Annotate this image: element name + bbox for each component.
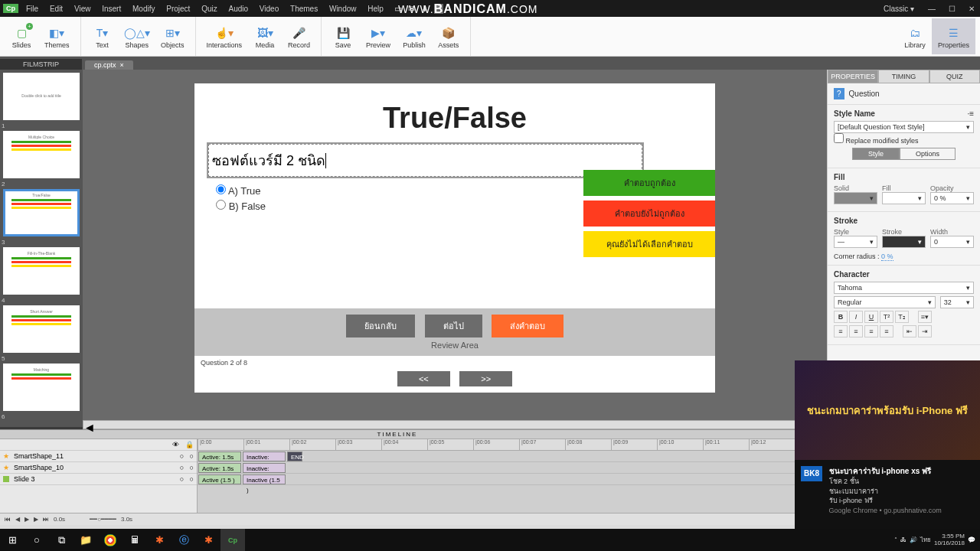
- tray-lang[interactable]: ไทย: [920, 535, 931, 545]
- font-dropdown[interactable]: Tahoma▾: [834, 282, 974, 294]
- fill-color-dropdown[interactable]: ▾: [882, 192, 926, 204]
- weight-dropdown[interactable]: Regular▾: [834, 296, 936, 308]
- menu-file[interactable]: File: [21, 5, 43, 13]
- menu-project[interactable]: Project: [162, 5, 194, 13]
- align-right-button[interactable]: ≡: [864, 325, 878, 337]
- size-input[interactable]: 32▾: [940, 296, 974, 308]
- lock-icon[interactable]: 🔒: [185, 441, 194, 448]
- tl-seg[interactable]: Active: 1.5s: [198, 463, 241, 473]
- mail-icon[interactable]: ✉: [408, 4, 415, 14]
- slide-thumb-2[interactable]: Multiple Choice: [3, 131, 80, 178]
- app-icon[interactable]: ✱: [147, 529, 172, 551]
- tl-seg[interactable]: Active: 1.5s: [198, 452, 241, 461]
- tl-seg[interactable]: Active (1.5 ): [198, 474, 241, 484]
- options-tab[interactable]: Options: [900, 148, 956, 160]
- filmstrip-panel[interactable]: Double click to add title1 Multiple Choi…: [0, 70, 83, 427]
- shapes-button[interactable]: ◯△▾Shapes: [119, 18, 155, 54]
- library-button[interactable]: 🗂Library: [898, 18, 932, 54]
- close-button[interactable]: ✕: [963, 3, 980, 15]
- publish-button[interactable]: ☁▾Publish: [397, 18, 432, 54]
- preview-button[interactable]: ▶▾Preview: [360, 18, 397, 54]
- record-button[interactable]: 🎤Record: [282, 18, 316, 54]
- menu-audio[interactable]: Audio: [224, 5, 253, 13]
- media-button[interactable]: 🖼▾Media: [248, 18, 282, 54]
- menu-insert[interactable]: Insert: [97, 5, 126, 13]
- interactions-button[interactable]: ☝▾Interactions: [201, 18, 249, 54]
- text-button[interactable]: T▾Text: [86, 18, 119, 54]
- themes-button[interactable]: ◧▾Themes: [38, 18, 76, 54]
- corner-radius-value[interactable]: 0 %: [881, 253, 893, 261]
- style-name-dropdown[interactable]: [Default Question Text Style]▾: [834, 121, 974, 133]
- layout-dropdown[interactable]: Classic ▾: [877, 3, 920, 15]
- tl-first-button[interactable]: ⏮: [5, 516, 11, 523]
- menu-video[interactable]: Video: [255, 5, 283, 13]
- tl-prev-button[interactable]: ◀: [15, 516, 20, 523]
- tab-properties[interactable]: PROPERTIES: [828, 70, 878, 83]
- align-left-button[interactable]: ≡: [834, 325, 848, 337]
- bold-button[interactable]: B: [834, 311, 848, 323]
- slide-thumb-4[interactable]: Fill-In-The-Blank: [3, 247, 80, 295]
- cortana-button[interactable]: ○: [24, 529, 49, 551]
- back-button[interactable]: ย้อนกลับ: [346, 315, 415, 337]
- tab-timing[interactable]: TIMING: [878, 70, 929, 83]
- slide-thumb-1[interactable]: Double click to add title: [3, 73, 80, 120]
- slide-thumb-5[interactable]: Short Answer: [3, 305, 80, 353]
- timeline-ruler[interactable]: |0:00|00:01|00:02|00:03|00:04|00:05|00:0…: [198, 439, 795, 451]
- tl-seg[interactable]: Inactive: 1.5s: [243, 463, 286, 473]
- chrome-icon[interactable]: [98, 529, 122, 551]
- slide-thumb-6[interactable]: Matching: [3, 364, 80, 411]
- feedback-correct[interactable]: คำตอบถูกต้อง: [583, 170, 715, 196]
- ad-popup[interactable]: ชนะเกมบาคาร่าพร้อมรับ i-Phone ฟรี BK8 ชน…: [795, 360, 980, 529]
- align-justify-button[interactable]: ≡: [880, 325, 893, 337]
- list-button[interactable]: ≡▾: [918, 311, 932, 323]
- tray-net-icon[interactable]: 🖧: [900, 536, 906, 543]
- next-button[interactable]: ต่อไป: [425, 315, 482, 337]
- timeline-row-1[interactable]: ★SmartShape_11○ ○: [0, 451, 197, 462]
- superscript-button[interactable]: T²: [880, 311, 893, 323]
- stroke-style-dropdown[interactable]: —▾: [834, 236, 877, 248]
- tl-next-button[interactable]: ▶: [34, 516, 38, 523]
- question-text-input[interactable]: ซอฟต์แวร์มี 2 ชนิด: [208, 144, 642, 177]
- menu-help[interactable]: Help: [363, 5, 388, 13]
- menu-quiz[interactable]: Quiz: [197, 5, 222, 13]
- timeline-row-2[interactable]: ★SmartShape_10○ ○: [0, 462, 197, 474]
- tray-vol-icon[interactable]: 🔊: [910, 536, 917, 543]
- underline-button[interactable]: U: [864, 311, 878, 323]
- tray-up-icon[interactable]: ˄: [894, 536, 897, 543]
- timeline-row-3[interactable]: Slide 3○ ○: [0, 474, 197, 485]
- italic-button[interactable]: I: [849, 311, 863, 323]
- slide-canvas[interactable]: True/False ซอฟต์แวร์มี 2 ชนิด A) True B)…: [83, 70, 827, 427]
- menu-window[interactable]: Window: [325, 5, 361, 13]
- next-nav-button[interactable]: >>: [459, 371, 512, 386]
- explorer-icon[interactable]: 📁: [74, 529, 98, 551]
- properties-button[interactable]: ☰Properties: [932, 18, 975, 54]
- tray-notifications-icon[interactable]: 💬: [968, 536, 975, 543]
- objects-button[interactable]: ⊞▾Objects: [155, 18, 191, 54]
- app-icon-2[interactable]: ✱: [196, 529, 220, 551]
- tl-seg[interactable]: Inactive (1.5 ): [243, 474, 286, 484]
- layout-icon[interactable]: ▭: [394, 4, 402, 14]
- replace-styles-checkbox[interactable]: Replace modified styles: [834, 137, 919, 145]
- start-button[interactable]: ⊞: [0, 529, 24, 551]
- indent-in-button[interactable]: ⇥: [918, 325, 932, 337]
- opacity-input[interactable]: 0 %▾: [930, 192, 974, 204]
- save-button[interactable]: 💾Save: [326, 18, 360, 54]
- maximize-button[interactable]: ☐: [943, 3, 960, 15]
- taskview-button[interactable]: ⧉: [49, 529, 74, 551]
- tl-seg[interactable]: Inactive: 1.5s: [243, 452, 286, 461]
- indent-out-button[interactable]: ⇤: [903, 325, 916, 337]
- feedback-wrong[interactable]: คำตอบยังไม่ถูกต้อง: [583, 201, 715, 227]
- menu-themes[interactable]: Themes: [286, 5, 322, 13]
- slide-thumb-3[interactable]: True/False: [3, 189, 80, 236]
- document-tab[interactable]: cp.cptx ×: [85, 60, 133, 70]
- visibility-icon[interactable]: 👁: [172, 441, 179, 448]
- submit-button[interactable]: ส่งคำตอบ: [492, 315, 564, 337]
- style-menu-icon[interactable]: ∙≡: [967, 109, 974, 121]
- captivate-taskbar-icon[interactable]: Cp: [220, 529, 245, 551]
- assets-button[interactable]: 📦Assets: [432, 18, 466, 54]
- slides-button[interactable]: ▢+Slides: [5, 18, 38, 54]
- style-tab[interactable]: Style: [852, 148, 900, 160]
- stroke-color-dropdown[interactable]: ▾: [882, 236, 926, 248]
- tl-play-button[interactable]: ▶: [24, 516, 29, 523]
- feedback-none[interactable]: คุณยังไม่ได้เลือกคำตอบ: [583, 231, 715, 257]
